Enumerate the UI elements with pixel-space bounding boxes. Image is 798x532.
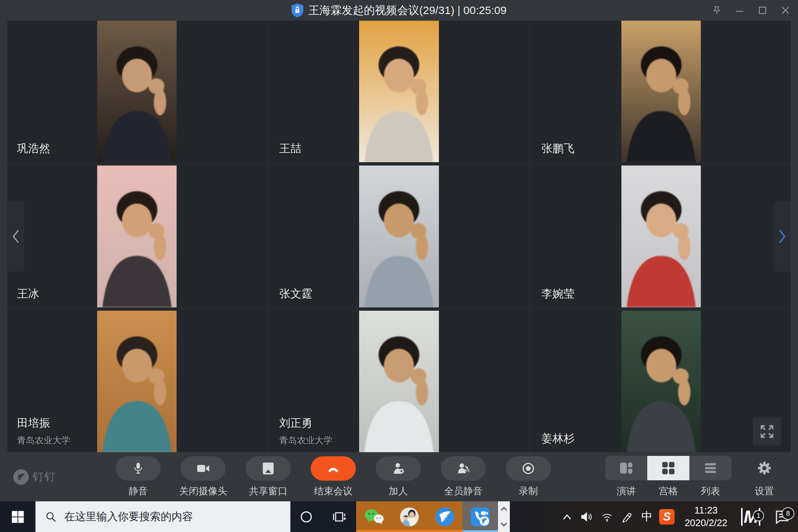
person-add-icon <box>376 456 421 481</box>
view-speech-button[interactable]: 演讲 <box>605 456 647 498</box>
participant-nameplate: 巩浩然 <box>17 141 50 156</box>
mic-icon <box>116 456 161 481</box>
view-grid-button[interactable]: 宫格 <box>647 456 689 498</box>
hangup-icon <box>311 456 356 481</box>
cortana-icon <box>299 510 313 524</box>
participant-tile[interactable]: 张文霆 <box>270 166 529 307</box>
minimize-icon[interactable] <box>732 3 747 18</box>
settings-button[interactable]: 设置 <box>744 456 785 498</box>
titlebar: 王海霖发起的视频会议(29/31) | 00:25:09 <box>0 0 798 21</box>
participant-video <box>621 166 701 307</box>
clock-date: 2020/2/22 <box>677 517 735 529</box>
dingtalk-brand: 钉钉 <box>13 469 92 485</box>
participant-tile[interactable]: 刘正勇 青岛农业大学 <box>270 311 529 452</box>
participant-name: 王冰 <box>17 286 39 301</box>
ime-mode-button[interactable]: M 1 <box>735 508 766 526</box>
share-window-button[interactable]: 共享窗口 <box>244 456 293 498</box>
participant-video <box>359 166 439 307</box>
meeting-title: 王海霖发起的视频会议(29/31) | 00:25:09 <box>308 3 507 18</box>
participant-org: 青岛农业大学 <box>17 434 70 446</box>
windows-start-icon <box>11 510 25 524</box>
participant-nameplate: 王冰 <box>17 286 39 301</box>
dingtalk-meeting-window: 王海霖发起的视频会议(29/31) | 00:25:09 <box>0 0 798 532</box>
participant-name: 王喆 <box>279 141 301 156</box>
participant-video <box>621 21 701 162</box>
view-and-settings: 演讲 宫格 <box>605 456 785 498</box>
chevron-down-icon <box>500 522 508 527</box>
task-view-icon <box>332 510 346 524</box>
list-view-icon <box>689 456 732 480</box>
dingtalk-icon <box>435 507 455 527</box>
end-meeting-button[interactable]: 结束会议 <box>309 456 358 498</box>
participant-name: 张鹏飞 <box>541 141 574 156</box>
windows-taskbar: 中 S 11:23 2020/2/22 M 1 8 <box>0 501 798 532</box>
mute-button[interactable]: 静音 <box>114 456 163 498</box>
sogou-icon[interactable]: S <box>657 501 677 532</box>
participant-name: 姜林杉 <box>541 431 574 446</box>
participant-grid: 巩浩然 王喆 <box>7 21 791 452</box>
volume-icon[interactable] <box>577 501 597 532</box>
record-button[interactable]: 录制 <box>504 456 553 498</box>
grid-view-icon <box>647 456 689 480</box>
participant-tile[interactable]: 姜林杉 <box>532 311 791 452</box>
action-center-button[interactable]: 8 <box>766 509 798 525</box>
add-person-button[interactable]: 加人 <box>374 456 423 498</box>
pen-icon[interactable] <box>617 501 637 532</box>
scroll-up-button[interactable] <box>498 501 510 517</box>
search-input[interactable] <box>64 511 271 523</box>
pin-icon[interactable] <box>709 3 724 18</box>
scroll-down-button[interactable] <box>498 517 510 532</box>
mute-all-button[interactable]: 全员静音 <box>439 456 488 498</box>
video-grid-stage: 巩浩然 王喆 <box>0 21 798 452</box>
next-page-button[interactable] <box>774 201 791 272</box>
participant-nameplate: 李婉莹 <box>541 286 574 301</box>
window-controls <box>709 0 793 21</box>
dingtalk-meeting-taskbar-button[interactable] <box>463 501 498 532</box>
search-icon <box>45 511 57 523</box>
dingtalk-wing-icon <box>13 469 29 485</box>
participant-tile[interactable]: 王冰 <box>7 166 266 307</box>
chevron-up-icon <box>500 507 508 511</box>
view-list-button[interactable]: 列表 <box>689 456 732 498</box>
dingtalk-meeting-icon <box>470 506 491 528</box>
participant-video <box>97 166 177 307</box>
wechat-taskbar-button[interactable] <box>356 501 392 532</box>
share-window-icon <box>246 456 291 481</box>
task-view-button[interactable] <box>322 501 356 532</box>
chevron-up-icon <box>562 514 572 520</box>
participant-tile[interactable]: 田培振 青岛农业大学 <box>7 311 266 452</box>
chevron-right-icon <box>777 229 787 244</box>
record-icon <box>506 456 551 481</box>
right-edge-rail <box>791 21 798 452</box>
fullscreen-icon <box>758 423 775 440</box>
taskbar-clock[interactable]: 11:23 2020/2/22 <box>677 504 735 529</box>
close-icon[interactable] <box>778 3 793 18</box>
taskbar-scroller <box>498 501 510 532</box>
fullscreen-button[interactable] <box>753 417 781 446</box>
participant-nameplate: 姜林杉 <box>541 431 574 446</box>
participant-name: 李婉莹 <box>541 286 574 301</box>
people-mute-icon <box>441 456 486 481</box>
camera-off-button[interactable]: 关闭摄像头 <box>179 456 228 498</box>
participant-tile[interactable]: 巩浩然 <box>7 21 266 162</box>
participant-tile[interactable]: 李婉莹 <box>532 166 791 307</box>
participant-video <box>621 311 701 452</box>
participant-video <box>97 21 177 162</box>
previous-page-button[interactable] <box>7 201 24 272</box>
participant-tile[interactable]: 王喆 <box>270 21 529 162</box>
contacts-app-taskbar-button[interactable] <box>392 501 427 532</box>
participant-nameplate: 王喆 <box>279 141 301 156</box>
participant-tile[interactable]: 张鹏飞 <box>532 21 791 162</box>
camera-icon <box>181 456 226 481</box>
notification-badge: 8 <box>782 507 794 520</box>
ime-indicator[interactable]: 中 <box>637 501 657 532</box>
wifi-icon[interactable] <box>597 501 617 532</box>
taskbar-search[interactable] <box>35 501 290 532</box>
hidden-icons-button[interactable] <box>557 501 577 532</box>
dingtalk-taskbar-button[interactable] <box>427 501 463 532</box>
start-button[interactable] <box>0 501 35 532</box>
brand-label: 钉钉 <box>33 469 56 484</box>
participant-name: 巩浩然 <box>17 141 50 156</box>
cortana-button[interactable] <box>290 501 322 532</box>
maximize-icon[interactable] <box>755 3 770 18</box>
